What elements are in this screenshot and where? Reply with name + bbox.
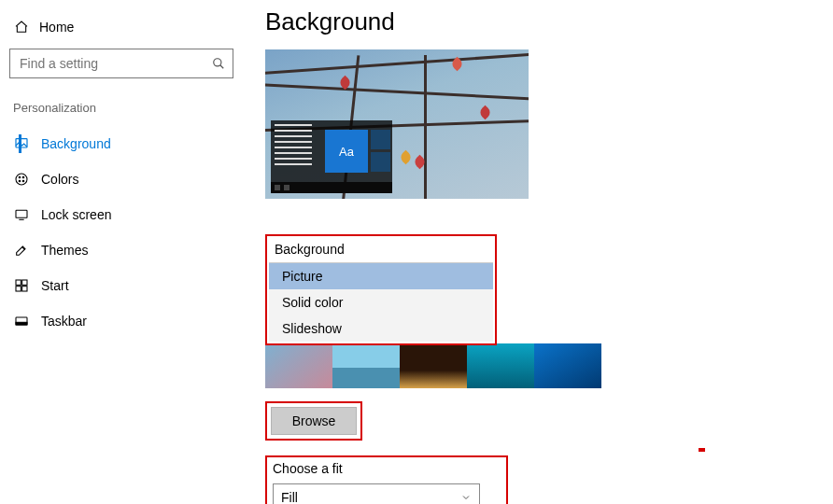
browse-button[interactable]: Browse [271,407,357,435]
search-input[interactable] [18,55,194,72]
wallpaper-thumb[interactable] [467,343,534,388]
choose-fit-select[interactable]: Fill [273,483,480,504]
svg-point-5 [22,180,24,182]
sidebar-item-lock-screen[interactable]: Lock screen [9,197,233,232]
sidebar-item-taskbar[interactable]: Taskbar [9,303,233,339]
start-icon [13,277,30,294]
palette-icon [13,171,30,188]
sidebar-item-colors[interactable]: Colors [9,161,233,197]
lock-screen-icon [13,206,30,223]
svg-point-3 [19,176,21,178]
settings-main: Background Aa Background Picture Solid c… [243,0,833,504]
background-dropdown-label: Background [269,238,493,262]
preview-start-menu: Aa [271,120,392,193]
choose-fit-value: Fill [281,490,298,504]
background-option-picture[interactable]: Picture [269,263,493,289]
page-title: Background [265,7,811,36]
themes-icon [13,242,30,259]
svg-rect-11 [22,287,27,291]
sidebar-item-start[interactable]: Start [9,268,233,303]
wallpaper-thumb[interactable] [265,343,332,388]
picture-icon [13,135,30,152]
wallpaper-thumb[interactable] [534,343,601,388]
svg-rect-1 [16,139,27,147]
background-option-solid-color[interactable]: Solid color [269,289,493,315]
svg-point-6 [19,180,21,182]
preview-sample-tile: Aa [325,130,368,173]
sidebar-item-label: Colors [41,172,78,187]
background-dropdown-list[interactable]: Picture Solid color Slideshow [269,262,493,342]
sidebar-item-label: Start [41,278,69,293]
background-dropdown-highlight: Background Picture Solid color Slideshow [265,234,497,345]
svg-rect-10 [16,287,21,291]
sidebar-item-label: Taskbar [41,314,87,329]
svg-point-0 [214,59,221,66]
sidebar-item-label: Lock screen [41,207,111,222]
settings-sidebar: Home Personalization Background Colors [0,0,243,504]
choose-fit-label: Choose a fit [273,461,501,476]
section-header: Personalization [9,101,233,126]
svg-rect-13 [16,322,27,325]
svg-rect-8 [16,280,21,285]
home-nav[interactable]: Home [9,17,233,47]
home-icon [13,19,30,35]
desktop-preview: Aa [265,49,529,199]
svg-rect-7 [16,210,27,217]
chevron-down-icon [460,492,472,503]
wallpaper-thumb[interactable] [332,343,400,388]
sidebar-item-label: Themes [41,243,89,258]
search-input-wrap[interactable] [9,49,233,78]
sidebar-item-label: Background [41,136,111,151]
browse-highlight: Browse [265,401,362,441]
annotation-mark [699,448,705,452]
sidebar-item-background[interactable]: Background [9,126,233,161]
taskbar-icon [13,313,30,329]
svg-rect-9 [22,280,27,285]
sidebar-item-themes[interactable]: Themes [9,232,233,268]
wallpaper-thumb[interactable] [400,343,467,388]
choose-fit-highlight: Choose a fit Fill [265,455,508,504]
search-icon [212,57,225,70]
background-option-slideshow[interactable]: Slideshow [269,315,493,342]
home-label: Home [39,20,74,35]
svg-point-4 [22,176,24,178]
recent-images-row [265,343,601,388]
svg-point-2 [16,174,27,185]
